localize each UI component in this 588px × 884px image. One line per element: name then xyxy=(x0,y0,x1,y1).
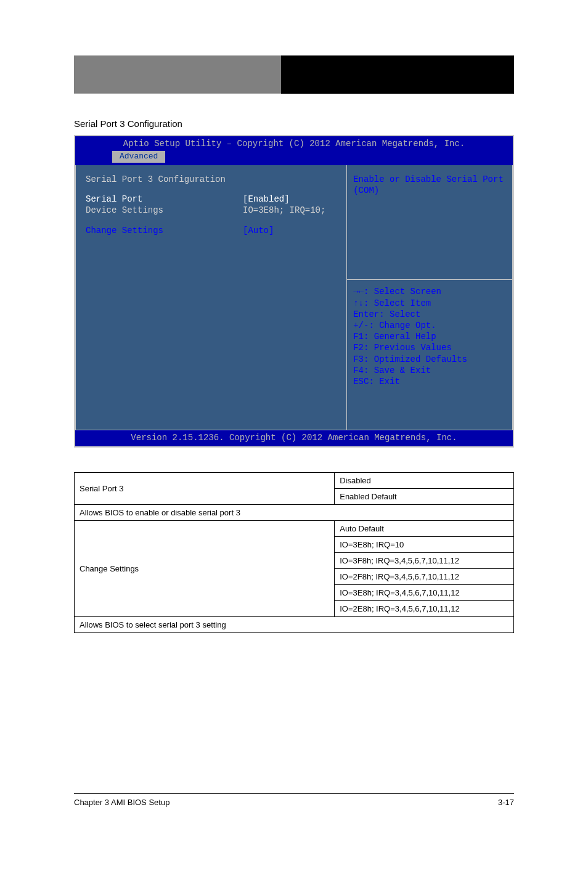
legend-item: F1: General Help xyxy=(353,331,506,342)
table-row: Allows BIOS to enable or disable serial … xyxy=(75,505,514,521)
bios-row-serial-port[interactable]: Serial Port [Enabled] xyxy=(86,194,337,205)
bios-footer: Version 2.15.1236. Copyright (C) 2012 Am… xyxy=(75,430,513,446)
legend-item: F2: Previous Values xyxy=(353,342,506,353)
opt-note: Allows BIOS to select serial port 3 sett… xyxy=(75,617,514,633)
opt-note: Allows BIOS to enable or disable serial … xyxy=(75,505,514,521)
bios-header: Aptio Setup Utility – Copyright (C) 2012… xyxy=(75,136,513,151)
legend-item: Enter: Select xyxy=(353,309,506,320)
opt-label: Serial Port 3 xyxy=(75,473,335,505)
footer-left: Chapter 3 AMI BIOS Setup xyxy=(74,798,169,807)
bios-help-text: Enable or Disable Serial Port (COM) xyxy=(353,174,506,196)
bios-tab-advanced[interactable]: Advanced xyxy=(112,151,165,163)
footer-right: 3-17 xyxy=(498,798,514,807)
bios-row-label: Change Settings xyxy=(86,225,243,236)
opt-value: Auto Default xyxy=(335,521,514,537)
banner-right xyxy=(281,55,514,94)
opt-value: IO=3F8h; IRQ=3,4,5,6,7,10,11,12 xyxy=(335,553,514,569)
bios-row-change-settings[interactable]: Change Settings [Auto] xyxy=(86,225,337,236)
page-footer: Chapter 3 AMI BIOS Setup 3-17 xyxy=(74,793,514,807)
opt-value: Disabled xyxy=(335,473,514,489)
legend-item: F4: Save & Exit xyxy=(353,365,506,376)
legend-item: →←: Select Screen xyxy=(353,286,506,297)
banner-left xyxy=(74,55,281,94)
opt-value: IO=3E8h; IRQ=3,4,5,6,7,10,11,12 xyxy=(335,585,514,601)
legend-item: F3: Optimized Defaults xyxy=(353,354,506,365)
legend-item: ↑↓: Select Item xyxy=(353,298,506,309)
opt-value: Enabled Default xyxy=(335,489,514,505)
options-table: Serial Port 3 Disabled Enabled Default A… xyxy=(74,472,514,633)
bios-row-device-settings: Device Settings IO=3E8h; IRQ=10; xyxy=(86,205,337,216)
bios-help-pane: Enable or Disable Serial Port (COM) →←: … xyxy=(346,165,513,430)
bios-pane-title: Serial Port 3 Configuration xyxy=(86,174,337,185)
legend-item: +/-: Change Opt. xyxy=(353,320,506,331)
table-row: Change Settings Auto Default xyxy=(75,521,514,537)
section-title: Serial Port 3 Configuration xyxy=(74,118,514,129)
bios-legend: →←: Select Screen ↑↓: Select Item Enter:… xyxy=(353,286,506,387)
bios-row-label: Device Settings xyxy=(86,205,243,216)
bios-row-label: Serial Port xyxy=(86,194,243,205)
table-row: Allows BIOS to select serial port 3 sett… xyxy=(75,617,514,633)
bios-row-value: IO=3E8h; IRQ=10; xyxy=(243,205,337,216)
table-row: Serial Port 3 Disabled xyxy=(75,473,514,489)
bios-main-pane: Serial Port 3 Configuration Serial Port … xyxy=(75,165,346,430)
bios-row-value: [Auto] xyxy=(243,225,337,236)
opt-value: IO=2E8h; IRQ=3,4,5,6,7,10,11,12 xyxy=(335,601,514,617)
bios-row-value: [Enabled] xyxy=(243,194,337,205)
opt-value: IO=2F8h; IRQ=3,4,5,6,7,10,11,12 xyxy=(335,569,514,585)
doc-header-banner xyxy=(74,55,514,94)
legend-item: ESC: Exit xyxy=(353,376,506,387)
bios-tab-row: Advanced xyxy=(75,151,513,165)
bios-screenshot: Aptio Setup Utility – Copyright (C) 2012… xyxy=(74,135,514,448)
opt-label: Change Settings xyxy=(75,521,335,617)
opt-value: IO=3E8h; IRQ=10 xyxy=(335,537,514,553)
